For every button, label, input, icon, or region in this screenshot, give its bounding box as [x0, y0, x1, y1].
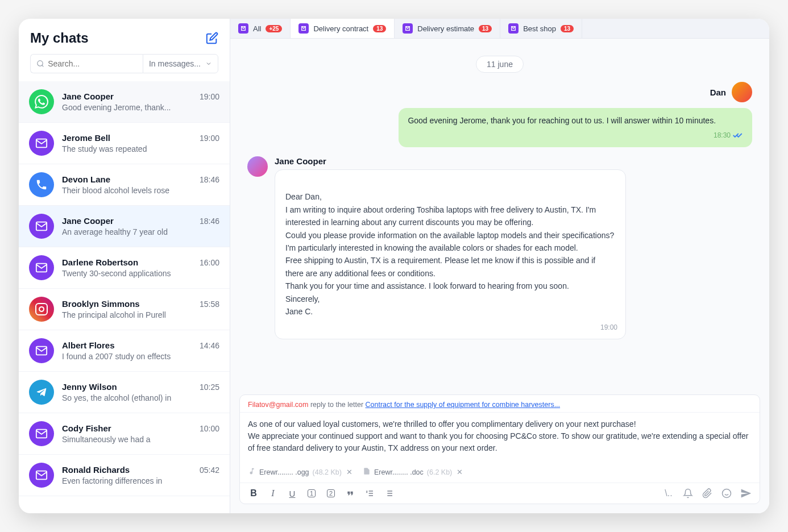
chat-item[interactable]: Jenny Wilson 10:25 So yes, the alcohol (… [19, 372, 230, 413]
chat-time: 18:46 [200, 217, 219, 226]
search-filter-label: In messages... [149, 59, 201, 68]
phone-icon [29, 172, 54, 197]
search-input[interactable] [48, 59, 137, 68]
chat-info: Cody Fisher 10:00 Simultaneously we had … [62, 423, 219, 444]
tabs: All +25 Delivery contract 13 Delivery es… [230, 19, 769, 39]
mail-icon [298, 23, 309, 34]
attachment-name: Erewr........ .ogg [259, 468, 309, 476]
chevron-down-icon [205, 60, 212, 67]
chat-info: Devon Lane 18:46 Their blood alcohol lev… [62, 174, 219, 195]
tab-label: Delivery estimate [417, 24, 474, 33]
chat-preview: Good evening Jerome, thank... [62, 103, 219, 112]
message-time: 19:00 [600, 322, 617, 333]
chat-preview: So yes, the alcohol (ethanol) in [62, 393, 219, 402]
svg-point-0 [38, 61, 43, 66]
outgoing-header: Dan [710, 82, 752, 102]
sidebar-header: My chats [19, 19, 230, 54]
tab[interactable]: All +25 [230, 19, 291, 38]
chat-info: Brooklyn Simmons 15:58 The principal alc… [62, 299, 219, 319]
chat-time: 10:00 [200, 424, 219, 433]
chat-info: Jenny Wilson 10:25 So yes, the alcohol (… [62, 382, 219, 402]
italic-button[interactable]: I [267, 488, 279, 499]
chat-item[interactable]: Brooklyn Simmons 15:58 The principal alc… [19, 289, 230, 330]
chat-time: 19:00 [200, 134, 219, 143]
chat-time: 15:58 [200, 300, 219, 309]
chat-preview: The study was repeated [62, 144, 219, 153]
underline-button[interactable]: U [287, 488, 298, 499]
chat-name: Jane Cooper [62, 92, 114, 101]
search-row: In messages... [19, 54, 230, 81]
instagram-icon [29, 297, 54, 322]
mail-icon [508, 23, 519, 34]
messages-area[interactable]: 11 june Dan Good evening Jerome, thank y… [230, 39, 769, 389]
chat-time: 10:25 [200, 383, 219, 392]
action-tools: \.. [663, 488, 752, 499]
h2-button[interactable]: 2 [325, 488, 337, 499]
chat-name: Jane Cooper [62, 216, 114, 226]
attach-button[interactable] [702, 488, 713, 499]
audio-icon [248, 467, 256, 477]
compose-textarea[interactable]: As one of our valued loyal customers, we… [240, 413, 760, 464]
reply-context: Filatov@gmail.com reply to the letter Co… [240, 395, 760, 413]
chat-item[interactable]: Devon Lane 18:46 Their blood alcohol lev… [19, 164, 230, 206]
incoming-message: Dear Dan, I am writing to inquire about … [275, 169, 626, 339]
chat-name: Brooklyn Simmons [62, 299, 140, 309]
reminder-button[interactable] [682, 488, 694, 499]
mail-icon [29, 255, 54, 280]
compose-icon[interactable] [206, 32, 218, 44]
date-separator: 11 june [476, 56, 524, 73]
incoming-message-group: Jane Cooper Dear Dan, I am writing to in… [247, 156, 626, 339]
compose-toolbar: B I U 1 2 \.. [240, 483, 760, 504]
bullet-list-button[interactable] [383, 488, 395, 499]
mail-icon [29, 131, 54, 156]
remove-attachment-button[interactable]: ✕ [457, 468, 463, 476]
search-box[interactable] [30, 54, 143, 73]
chat-info: Albert Flores 14:46 I found a 2007 study… [62, 340, 219, 361]
chat-item[interactable]: Albert Flores 14:46 I found a 2007 study… [19, 330, 230, 372]
ordered-list-button[interactable] [364, 488, 375, 499]
mail-icon [29, 214, 54, 239]
reply-email: Filatov@gmail.com [248, 401, 308, 409]
sender-avatar [732, 82, 752, 102]
search-icon [36, 59, 44, 68]
doc-icon [363, 467, 371, 477]
chat-time: 05:42 [200, 466, 219, 475]
search-filter-dropdown[interactable]: In messages... [143, 54, 218, 73]
chat-item[interactable]: Cody Fisher 10:00 Simultaneously we had … [19, 413, 230, 455]
send-button[interactable] [740, 488, 752, 499]
chat-name: Albert Flores [62, 340, 115, 350]
chat-item[interactable]: Jerome Bell 19:00 The study was repeated [19, 123, 230, 164]
chat-info: Ronald Richards 05:42 Even factoring dif… [62, 465, 219, 485]
tab[interactable]: Delivery estimate 13 [395, 19, 500, 38]
chat-list[interactable]: Jane Cooper 19:00 Good evening Jerome, t… [19, 81, 230, 513]
chat-preview: I found a 2007 study on effects [62, 352, 219, 361]
svg-point-13 [723, 489, 731, 498]
emoji-button[interactable] [721, 488, 732, 499]
chat-item[interactable]: Ronald Richards 05:42 Even factoring dif… [19, 455, 230, 496]
chat-preview: Twenty 30-second applications [62, 269, 219, 278]
chat-info: Jerome Bell 19:00 The study was repeated [62, 133, 219, 153]
chat-item[interactable]: Jane Cooper 19:00 Good evening Jerome, t… [19, 81, 230, 123]
chat-time: 18:46 [200, 175, 219, 184]
chat-time: 19:00 [200, 92, 219, 101]
reply-subject-link[interactable]: Contract for the supply of equipment for… [366, 401, 561, 409]
chat-name: Darlene Robertson [62, 257, 138, 267]
tab[interactable]: Delivery contract 13 [291, 19, 395, 38]
chat-name: Jenny Wilson [62, 382, 117, 392]
chat-item[interactable]: Darlene Robertson 16:00 Twenty 30-second… [19, 247, 230, 289]
message-text: Dear Dan, I am writing to inquire about … [285, 192, 614, 316]
chat-info: Jane Cooper 19:00 Good evening Jerome, t… [62, 92, 219, 112]
h1-button[interactable]: 1 [306, 488, 317, 499]
tab[interactable]: Best shop 13 [500, 19, 582, 38]
attachment-size: (6.2 Kb) [427, 468, 452, 476]
remove-attachment-button[interactable]: ✕ [346, 468, 352, 476]
quote-button[interactable] [345, 488, 356, 499]
bold-button[interactable]: B [248, 488, 259, 499]
mail-icon [238, 23, 248, 34]
message-time: 18:30 [714, 130, 731, 140]
signature-button[interactable]: \.. [663, 488, 674, 499]
reply-text: reply to the letter [308, 401, 365, 409]
chat-item[interactable]: Jane Cooper 18:46 An average healthy 7 y… [19, 206, 230, 247]
telegram-icon [29, 380, 54, 405]
double-check-icon [733, 132, 743, 139]
